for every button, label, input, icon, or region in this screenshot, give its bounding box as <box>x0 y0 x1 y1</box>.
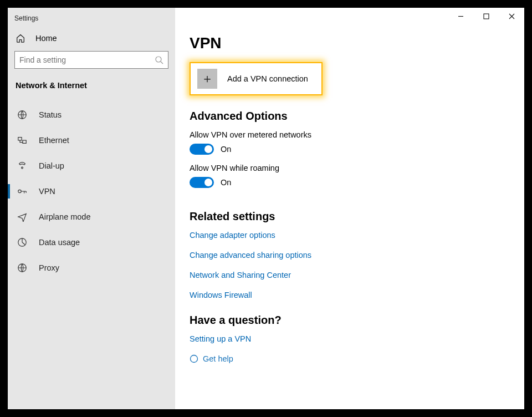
advanced-heading: Advanced Options <box>190 110 504 123</box>
sidebar-item-label: VPN <box>39 187 55 196</box>
svg-rect-8 <box>484 14 489 19</box>
link-sharing[interactable]: Change advanced sharing options <box>190 251 504 260</box>
roaming-toggle[interactable] <box>190 177 214 188</box>
sidebar-item-label: Ethernet <box>39 136 69 145</box>
proxy-icon <box>17 262 28 273</box>
svg-point-5 <box>18 190 21 192</box>
sidebar-item-dialup[interactable]: Dial-up <box>8 153 175 179</box>
link-network-center[interactable]: Network and Sharing Center <box>190 271 504 279</box>
toggle-state: On <box>221 178 231 187</box>
link-firewall[interactable]: Windows Firewall <box>190 291 504 299</box>
sidebar-nav: Status Ethernet Dial-up <box>8 102 175 281</box>
svg-point-4 <box>22 167 23 169</box>
add-vpn-card[interactable]: ＋ Add a VPN connection <box>190 62 323 95</box>
datausage-icon <box>17 237 28 248</box>
toggle-state: On <box>221 145 231 154</box>
search-icon <box>155 55 163 64</box>
home-icon <box>16 33 25 43</box>
related-links: Change adapter options Change advanced s… <box>190 231 504 299</box>
maximize-button[interactable] <box>473 8 499 24</box>
plus-icon: ＋ <box>197 69 217 89</box>
sidebar-item-proxy[interactable]: Proxy <box>8 255 175 281</box>
settings-sidebar: Settings Home Network & Internet <box>8 8 175 409</box>
svg-point-9 <box>191 355 198 363</box>
close-button[interactable] <box>499 8 524 24</box>
sidebar-item-label: Airplane mode <box>39 212 91 221</box>
dialup-icon <box>17 160 28 171</box>
sidebar-item-vpn[interactable]: VPN <box>8 179 175 204</box>
vpn-icon <box>17 186 28 197</box>
metered-toggle[interactable] <box>190 144 214 155</box>
sidebar-home-label: Home <box>35 34 57 43</box>
window-title: Settings <box>8 11 175 30</box>
search-input[interactable] <box>19 55 155 64</box>
link-adapter[interactable]: Change adapter options <box>190 231 504 240</box>
settings-content: VPN ＋ Add a VPN connection Advanced Opti… <box>175 8 524 409</box>
sidebar-category: Network & Internet <box>8 74 175 95</box>
sidebar-search[interactable] <box>14 51 168 69</box>
sidebar-item-label: Dial-up <box>39 161 64 170</box>
svg-point-0 <box>156 57 161 62</box>
sidebar-item-status[interactable]: Status <box>8 102 175 128</box>
toggle-group-roaming: Allow VPN while roaming On <box>190 164 504 188</box>
airplane-icon <box>17 211 28 222</box>
question-heading: Have a question? <box>190 314 504 327</box>
link-get-help[interactable]: Get help <box>190 354 504 363</box>
status-icon <box>17 109 28 120</box>
sidebar-item-ethernet[interactable]: Ethernet <box>8 128 175 153</box>
window-controls <box>448 8 524 24</box>
minimize-button[interactable] <box>448 8 473 24</box>
svg-rect-3 <box>23 140 26 143</box>
toggle-group-metered: Allow VPN over metered networks On <box>190 130 504 155</box>
sidebar-item-label: Proxy <box>39 263 59 272</box>
sidebar-item-airplane[interactable]: Airplane mode <box>8 204 175 230</box>
toggle-label: Allow VPN while roaming <box>190 164 504 172</box>
sidebar-item-label: Status <box>39 110 62 119</box>
page-title: VPN <box>190 34 504 52</box>
add-vpn-label: Add a VPN connection <box>227 74 308 83</box>
sidebar-home[interactable]: Home <box>8 30 175 51</box>
link-setup-vpn[interactable]: Setting up a VPN <box>190 334 504 343</box>
sidebar-item-datausage[interactable]: Data usage <box>8 230 175 255</box>
sidebar-item-label: Data usage <box>39 238 80 247</box>
toggle-label: Allow VPN over metered networks <box>190 130 504 139</box>
svg-rect-2 <box>18 138 22 140</box>
ethernet-icon <box>17 135 28 146</box>
related-heading: Related settings <box>190 210 504 223</box>
